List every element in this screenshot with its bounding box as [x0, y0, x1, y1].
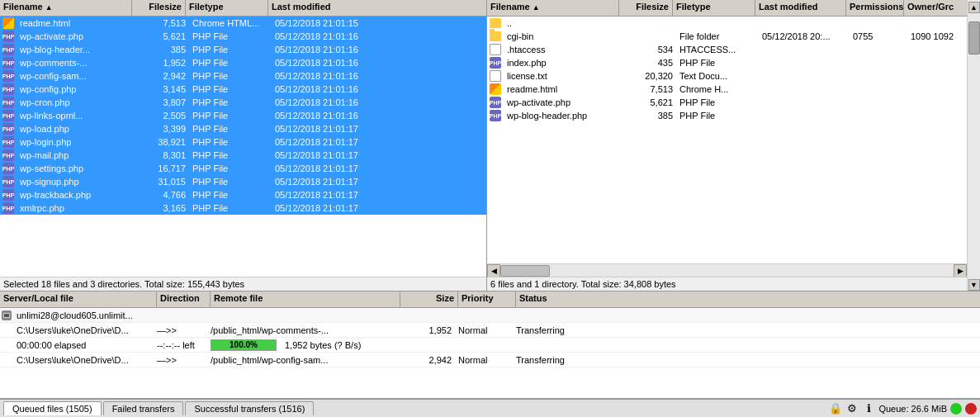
right-h-scrollbar[interactable]: ◀ ▶ [487, 263, 967, 277]
right-file-panel: Filename ▲ Filesize Filetype Last modifi… [487, 0, 967, 291]
list-item[interactable]: PHP wp-mail.php 8,301 PHP File 05/12/201… [0, 149, 486, 162]
list-item[interactable]: PHP wp-trackback.php 4,766 PHP File 05/1… [0, 188, 486, 201]
list-item[interactable]: PHP wp-cron.php 3,807 PHP File 05/12/201… [0, 96, 486, 109]
right-col-filesize[interactable]: Filesize [619, 0, 673, 16]
left-file-list: readme.html 7,513 Chrome HTML... 05/12/2… [0, 17, 486, 277]
left-col-modified[interactable]: Last modified [268, 0, 486, 16]
transfer-left: --:--:-- left [154, 339, 207, 351]
transfer-row1-priority: Normal [455, 325, 513, 336]
lock-icon: 🔒 [829, 402, 842, 415]
right-file-list: .. cgi-bin File folder 05/12/2018 20:...… [487, 17, 967, 263]
right-col-perms[interactable]: Permissions [846, 0, 904, 16]
list-item[interactable]: license.txt 20,320 Text Docu... [487, 69, 967, 83]
list-item[interactable]: readme.html 7,513 Chrome HTML... 05/12/2… [0, 17, 486, 30]
transfer-progress-bar: 100.0% [207, 339, 282, 352]
list-item[interactable]: PHP wp-links-opml... 2,505 PHP File 05/1… [0, 109, 486, 122]
transfer-server-name: unlimi28@cloud605.unlimit... [13, 310, 154, 321]
transfer-list: unlimi28@cloud605.unlimit... C:\Users\lu… [0, 308, 980, 398]
transfer-row2-status: Transferring [513, 354, 980, 366]
right-col-owner[interactable]: Owner/Grc [904, 0, 967, 16]
transfer-col-dir[interactable]: Direction [157, 291, 211, 307]
tab-successful[interactable]: Successful transfers (1516) [185, 401, 314, 415]
list-item[interactable]: PHP wp-blog-header.php 385 PHP File [487, 109, 967, 122]
transfer-row2-server: C:\Users\luke\OneDrive\D... [13, 354, 154, 366]
left-panel-header: Filename ▲ Filesize Filetype Last modifi… [0, 0, 486, 17]
transfer-row1-dir: —>> [154, 325, 207, 336]
list-item[interactable]: .htaccess 534 HTACCESS... [487, 43, 967, 56]
transfer-row2-dir: —>> [154, 354, 207, 366]
transfer-row2-remote: /public_html/wp-config-sam... [207, 354, 397, 366]
list-item[interactable]: PHP wp-config.php 3,145 PHP File 05/12/2… [0, 83, 486, 96]
right-col-modified[interactable]: Last modified [755, 0, 846, 16]
transfer-row-1[interactable]: C:\Users\luke\OneDrive\D... —>> /public_… [0, 323, 980, 338]
transfer-area: Server/Local file Direction Remote file … [0, 291, 980, 399]
list-item[interactable]: PHP wp-signup.php 31,015 PHP File 05/12/… [0, 175, 486, 188]
info-icon: ℹ [862, 402, 875, 415]
list-item[interactable]: PHP wp-config-sam... 2,942 PHP File 05/1… [0, 69, 486, 83]
list-item[interactable]: .. [487, 17, 967, 30]
list-item[interactable]: readme.html 7,513 Chrome H... [487, 83, 967, 96]
list-item[interactable]: PHP wp-activate.php 5,621 PHP File 05/12… [0, 30, 486, 43]
list-item[interactable]: PHP wp-settings.php 16,717 PHP File 05/1… [0, 162, 486, 175]
bottom-tabs-bar: Queued files (1505) Failed transfers Suc… [0, 399, 980, 417]
right-col-filename[interactable]: Filename ▲ [487, 0, 619, 16]
list-item[interactable]: PHP wp-login.php 38,921 PHP File 05/12/2… [0, 135, 486, 149]
scroll-left-arrow[interactable]: ◀ [487, 264, 500, 277]
transfer-row2-size: 2,942 [397, 354, 455, 366]
right-panel-header: Filename ▲ Filesize Filetype Last modifi… [487, 0, 967, 17]
scroll-right-arrow[interactable]: ▶ [954, 264, 967, 277]
transfer-header: Server/Local file Direction Remote file … [0, 291, 980, 308]
list-item[interactable]: cgi-bin File folder 05/12/2018 20:... 07… [487, 30, 967, 43]
transfer-row1-status: Transferring [513, 325, 980, 336]
left-col-filesize[interactable]: Filesize [132, 0, 186, 16]
transfer-col-priority[interactable]: Priority [458, 291, 516, 307]
list-item[interactable]: PHP xmlrpc.php 3,165 PHP File 05/12/2018… [0, 201, 486, 215]
transfer-row-server-label[interactable]: unlimi28@cloud605.unlimit... [0, 308, 980, 323]
left-col-filetype[interactable]: Filetype [186, 0, 268, 16]
transfer-col-size[interactable]: Size [400, 291, 458, 307]
list-item[interactable]: PHP wp-load.php 3,399 PHP File 05/12/201… [0, 122, 486, 135]
transfer-col-remote[interactable]: Remote file [211, 291, 400, 307]
right-status-bar: 6 files and 1 directory. Total size: 34,… [487, 277, 967, 291]
transfer-row1-size: 1,952 [397, 325, 455, 336]
left-col-filename[interactable]: Filename ▲ [0, 0, 132, 16]
right-panel-scrollbar[interactable]: ▲ ▼ [967, 0, 980, 291]
settings-icon: ⚙ [845, 402, 859, 415]
transfer-elapsed: 00:00:00 elapsed [13, 339, 154, 351]
left-file-panel: Filename ▲ Filesize Filetype Last modifi… [0, 0, 487, 291]
transfer-row-progress: 00:00:00 elapsed --:--:-- left 100.0% 1,… [0, 338, 980, 353]
status-area: 🔒 ⚙ ℹ Queue: 26.6 MiB [829, 402, 977, 415]
transfer-bytes: 1,952 bytes (? B/s) [282, 339, 405, 351]
status-dot-red [965, 403, 977, 415]
list-item[interactable]: PHP index.php 435 PHP File [487, 56, 967, 69]
tab-queued[interactable]: Queued files (1505) [3, 401, 102, 415]
list-item[interactable]: PHP wp-activate.php 5,621 PHP File [487, 96, 967, 109]
status-dot-green [950, 403, 962, 415]
list-item[interactable]: PHP wp-blog-header... 385 PHP File 05/12… [0, 43, 486, 56]
transfer-row1-server: C:\Users\luke\OneDrive\D... [13, 325, 154, 336]
transfer-row2-priority: Normal [455, 354, 513, 366]
queue-size: Queue: 26.6 MiB [878, 404, 947, 414]
tab-failed[interactable]: Failed transfers [103, 401, 184, 415]
transfer-row1-remote: /public_html/wp-comments-... [207, 325, 397, 336]
transfer-col-status[interactable]: Status [516, 291, 980, 307]
left-status-bar: Selected 18 files and 3 directories. Tot… [0, 277, 486, 291]
transfer-row-2[interactable]: C:\Users\luke\OneDrive\D... —>> /public_… [0, 353, 980, 367]
transfer-col-server[interactable]: Server/Local file [0, 291, 157, 307]
right-col-filetype[interactable]: Filetype [673, 0, 755, 16]
list-item[interactable]: PHP wp-comments-... 1,952 PHP File 05/12… [0, 56, 486, 69]
